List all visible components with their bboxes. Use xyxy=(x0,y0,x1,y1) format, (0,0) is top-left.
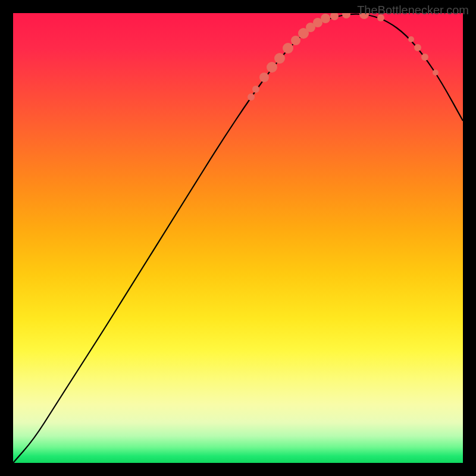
watermark-text: TheBottlenecker.com xyxy=(357,4,469,17)
data-point xyxy=(267,62,277,73)
data-point xyxy=(283,43,293,54)
plot-area xyxy=(13,13,463,463)
data-point xyxy=(421,54,428,61)
bottleneck-curve xyxy=(13,14,463,463)
data-point xyxy=(252,86,259,93)
data-point xyxy=(248,93,255,101)
data-point xyxy=(330,13,339,20)
data-point xyxy=(259,73,269,82)
chart-svg xyxy=(13,13,463,463)
data-point xyxy=(414,44,421,51)
data-point xyxy=(433,70,439,76)
data-points-group xyxy=(248,13,439,101)
data-point xyxy=(321,14,330,23)
data-point xyxy=(408,36,414,42)
data-point xyxy=(342,13,350,18)
data-point xyxy=(274,53,285,64)
data-point xyxy=(291,36,300,45)
